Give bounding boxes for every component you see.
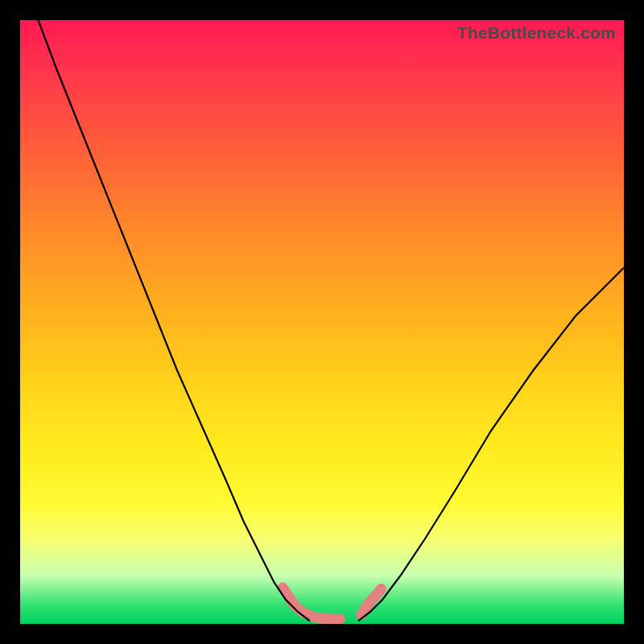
trough-marker-left	[283, 588, 340, 619]
curve-overlay	[20, 20, 624, 624]
right-curve	[358, 268, 624, 621]
plot-area: TheBottleneck.com	[20, 20, 624, 624]
chart-frame: TheBottleneck.com	[0, 0, 644, 644]
left-curve	[39, 20, 311, 621]
